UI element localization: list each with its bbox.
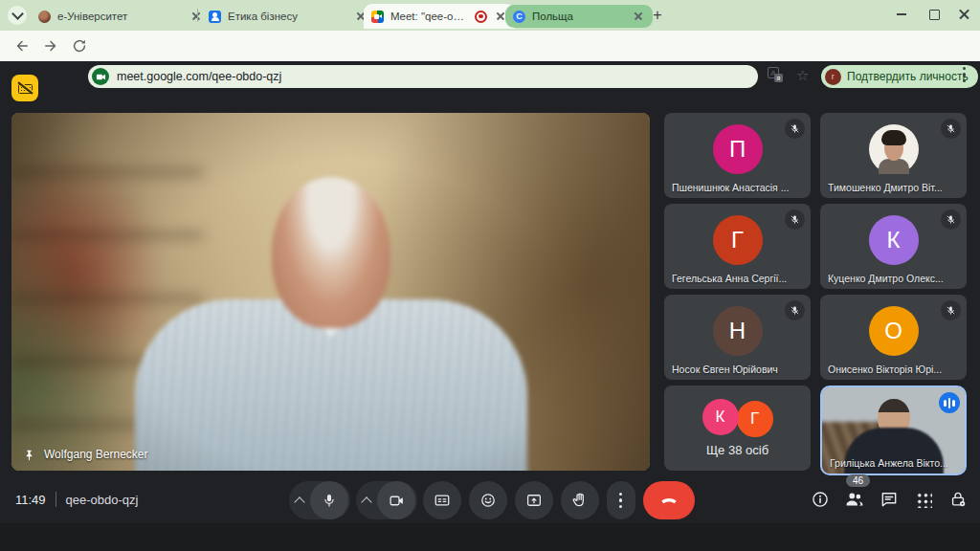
tab-close-icon[interactable] <box>632 10 645 23</box>
mic-button[interactable] <box>310 481 348 519</box>
reload-button[interactable] <box>71 37 88 55</box>
divider <box>56 492 56 507</box>
camera-site-badge-icon[interactable] <box>92 68 109 85</box>
site-favicon <box>38 11 51 23</box>
raise-hand-button[interactable] <box>561 481 599 519</box>
participant-name: Куценко Дмитро Олекс... <box>828 273 961 284</box>
avatar-photo <box>869 124 919 174</box>
chevron-down-icon <box>11 8 24 20</box>
mic-off-icon <box>941 119 961 139</box>
participant-name: Пшенишнюк Анастасія ... <box>672 182 805 193</box>
mic-off-icon <box>785 300 805 320</box>
mic-off-icon <box>941 300 961 320</box>
bookmark-star-icon[interactable]: ☆ <box>796 67 809 84</box>
browser-toolbar: meet.google.com/qee-obdo-qzj Aя ☆ г Подт… <box>0 31 980 61</box>
new-tab-button[interactable]: + <box>649 7 666 24</box>
mic-split-button[interactable] <box>289 481 350 519</box>
participant-tile[interactable]: Тимошенко Дмитро Віт... <box>820 113 967 198</box>
window-restore-button[interactable] <box>918 0 950 29</box>
host-controls-button[interactable] <box>946 487 970 512</box>
pin-icon <box>23 449 35 461</box>
url-text: meet.google.com/qee-obdo-qzj <box>117 70 281 83</box>
participant-name: Онисенко Вікторія Юрі... <box>828 364 961 375</box>
participant-count-badge: 46 <box>846 474 870 487</box>
avatar: П <box>713 124 763 174</box>
present-screen-icon <box>525 492 543 509</box>
keyboard-off-icon <box>17 82 33 95</box>
tab-etyka-biznesu[interactable]: Етика бізнесу <box>201 4 375 29</box>
active-speaker-video-tile[interactable]: Гриліцька Анжела Вікто... <box>820 386 967 475</box>
camera-split-button[interactable] <box>356 481 417 519</box>
captions-icon <box>434 492 451 509</box>
window-close-button[interactable] <box>947 0 980 29</box>
avatar: Г <box>735 399 775 439</box>
end-call-button[interactable] <box>643 481 695 519</box>
avatar: К <box>869 215 919 265</box>
participant-name: Гриліцька Анжела Вікто... <box>830 457 959 469</box>
captions-button[interactable] <box>423 481 461 519</box>
more-options-button[interactable] <box>607 481 635 519</box>
participant-tile[interactable]: К Куценко Дмитро Олекс... <box>820 204 967 289</box>
participant-tile[interactable]: П Пшенишнюк Анастасія ... <box>664 113 811 198</box>
chat-button[interactable] <box>877 487 902 512</box>
participant-tile[interactable]: Н Носок Євген Юрійович <box>664 295 811 380</box>
tab-divider <box>197 9 198 22</box>
address-bar[interactable]: meet.google.com/qee-obdo-qzj <box>88 65 758 88</box>
pinned-name: Wolfgang Bernecker <box>44 448 148 461</box>
participant-name: Гегельська Анна Сергії... <box>672 273 805 284</box>
present-button[interactable] <box>515 481 553 519</box>
meeting-details-button[interactable] <box>808 487 833 512</box>
translate-icon[interactable]: Aя <box>768 67 783 82</box>
mic-options-chevron[interactable] <box>289 496 310 506</box>
camera-options-chevron[interactable] <box>356 496 377 506</box>
more-participants-tile[interactable]: К Г Ще 38 осіб <box>664 386 811 471</box>
grid-icon <box>916 492 932 508</box>
vignette <box>11 113 650 471</box>
more-participants-label: Ще 38 осіб <box>664 443 811 457</box>
tab-title: Етика бізнесу <box>228 11 347 22</box>
participant-tile[interactable]: О Онисенко Вікторія Юрі... <box>820 295 967 380</box>
tab-e-university[interactable]: e-Університет <box>31 4 211 29</box>
emoji-icon <box>479 492 497 509</box>
tab-title: Meet: "qee-obdo-qzj" <box>390 11 468 22</box>
meeting-code: qee-obdo-qzj <box>66 493 139 507</box>
meeting-info: 11:49 qee-obdo-qzj <box>15 492 138 507</box>
more-options-icon <box>619 493 623 508</box>
verify-identity-button[interactable]: г Подтвердить личность <box>821 65 978 88</box>
windows-taskbar: X W ENG 11:49 <box>0 523 980 551</box>
tab-title: e-Університет <box>57 11 183 22</box>
meet-favicon <box>371 11 384 23</box>
reactions-button[interactable] <box>469 481 507 519</box>
chat-icon <box>880 490 899 509</box>
forward-button[interactable] <box>42 37 59 55</box>
tab-meet-active[interactable]: Meet: "qee-obdo-qzj" <box>364 4 515 29</box>
lock-icon <box>948 490 968 509</box>
tab-search-button[interactable] <box>8 6 27 25</box>
browser-menu-button[interactable] <box>963 67 967 82</box>
browser-tab-strip: e-Університет Етика бізнесу Meet: "qee-o… <box>0 0 980 31</box>
camera-button[interactable] <box>377 481 415 519</box>
show-everyone-button[interactable] <box>842 487 867 512</box>
end-call-icon <box>659 491 679 510</box>
avatar: Н <box>713 306 763 356</box>
audio-activity-icon <box>939 392 960 413</box>
recording-indicator-icon <box>475 11 487 23</box>
captions-unavailable-warning-button[interactable] <box>11 75 38 101</box>
back-button[interactable] <box>13 37 31 55</box>
people-icon <box>844 489 865 510</box>
mic-icon <box>322 493 337 508</box>
avatar: О <box>869 306 919 356</box>
mic-off-icon <box>941 209 961 230</box>
pinned-speaker-label: Wolfgang Bernecker <box>23 448 148 461</box>
mic-off-icon <box>785 119 805 139</box>
screen: e-Університет Етика бізнесу Meet: "qee-o… <box>0 0 980 551</box>
info-icon <box>811 490 830 509</box>
window-minimize-button[interactable] <box>885 0 918 29</box>
main-video-tile[interactable]: Wolfgang Bernecker <box>11 113 650 471</box>
participant-tile[interactable]: Г Гегельська Анна Сергії... <box>664 204 811 289</box>
avatar: К <box>702 399 739 435</box>
activities-button[interactable] <box>911 487 936 512</box>
site-favicon: C <box>513 11 525 23</box>
tab-polsha-grouped[interactable]: C Польща <box>505 5 653 28</box>
verify-identity-label: Подтвердить личность <box>847 70 969 83</box>
